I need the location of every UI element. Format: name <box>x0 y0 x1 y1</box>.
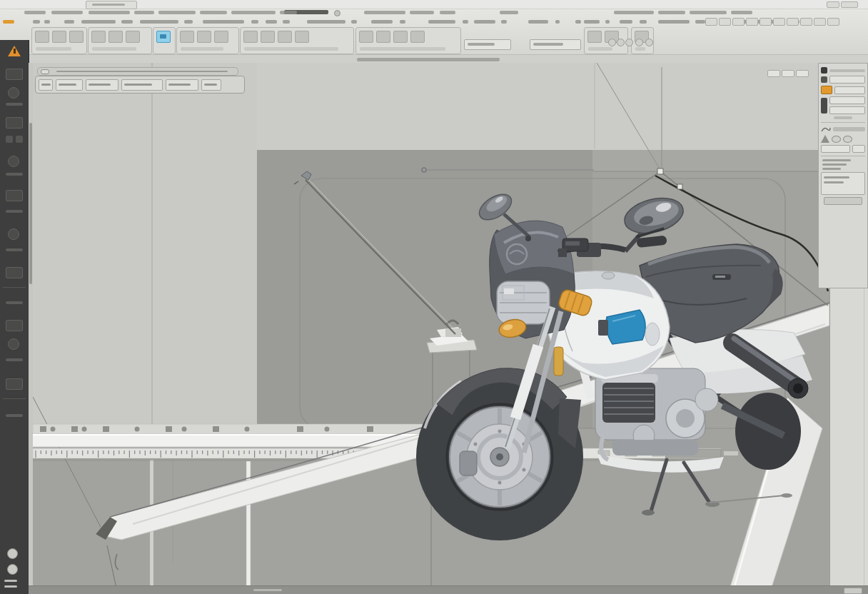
param-field-1[interactable] <box>821 145 850 153</box>
toolbar-item[interactable] <box>266 20 277 24</box>
viewport-corner-button-1[interactable] <box>767 70 780 77</box>
ribbon-tool-icon[interactable] <box>376 31 390 43</box>
toolbar-small-button[interactable] <box>827 18 839 26</box>
sidebar-tool-bar[interactable] <box>6 103 23 106</box>
panel-list-box[interactable] <box>821 172 865 195</box>
sidebar-tool-lightcircle[interactable] <box>7 564 18 575</box>
menu-item[interactable] <box>410 11 434 14</box>
name-field[interactable] <box>829 76 865 84</box>
warning-icon[interactable] <box>8 46 21 56</box>
toolbar-item[interactable] <box>695 20 705 24</box>
ribbon-tool-icon[interactable] <box>126 31 140 43</box>
ribbon-mini-icon[interactable] <box>645 39 653 46</box>
sidebar-tool-box[interactable] <box>6 117 23 129</box>
menu-item[interactable] <box>440 11 455 14</box>
toolbar-small-button[interactable] <box>719 18 731 26</box>
ribbon-tool-icon[interactable] <box>243 31 258 43</box>
sidebar-tool-bar[interactable] <box>6 248 23 251</box>
active-tool-icon[interactable] <box>156 31 171 43</box>
toolbar-item[interactable] <box>605 20 610 24</box>
viewport-toolbar-segment[interactable] <box>86 79 118 91</box>
sidebar-tool-sep[interactable] <box>3 287 26 288</box>
ribbon-mini-icon[interactable] <box>617 39 625 46</box>
sidebar-tool-bar[interactable] <box>6 358 23 361</box>
ribbon-mini-icon[interactable] <box>635 39 643 46</box>
sidebar-tool-box[interactable] <box>6 190 23 201</box>
sidebar-tool-bar[interactable] <box>6 173 23 176</box>
toolbar-item[interactable] <box>371 20 393 24</box>
ribbon-tool-icon[interactable] <box>393 31 408 43</box>
sidebar-tool-circle[interactable] <box>8 156 19 167</box>
document-tab[interactable] <box>86 1 137 9</box>
menu-item[interactable] <box>89 11 130 14</box>
ribbon-combo-field[interactable] <box>530 39 581 50</box>
menu-item[interactable] <box>614 11 654 14</box>
toolbar-item[interactable] <box>555 20 560 24</box>
ribbon-tool-icon[interactable] <box>261 31 275 43</box>
toolbar-item[interactable] <box>3 20 14 24</box>
status-mini-button[interactable] <box>844 588 862 594</box>
menu-item[interactable] <box>690 11 727 14</box>
toolbar-item[interactable] <box>474 20 495 24</box>
toolbar-item[interactable] <box>528 20 548 24</box>
toolbar-item[interactable] <box>81 20 116 24</box>
ribbon-tool-icon[interactable] <box>587 31 602 43</box>
sidebar-tool-lightbar[interactable] <box>4 585 17 588</box>
help-icon[interactable] <box>334 10 340 16</box>
toolbar-small-button[interactable] <box>746 18 758 26</box>
ribbon-mini-icon[interactable] <box>625 39 633 46</box>
toolbar-item[interactable] <box>203 20 244 24</box>
sidebar-tool-lightcircle[interactable] <box>7 548 18 559</box>
ribbon-combo-field[interactable] <box>464 39 511 50</box>
viewport-corner-button-2[interactable] <box>782 70 794 77</box>
viewport-slider-bar[interactable] <box>37 67 238 76</box>
ribbon-tool-icon[interactable] <box>108 31 123 43</box>
ribbon-tool-icon[interactable] <box>197 31 211 43</box>
ribbon-tool-icon[interactable] <box>91 31 106 43</box>
menu-item[interactable] <box>500 11 518 14</box>
toolbar-item[interactable] <box>283 20 290 24</box>
viewport-toolbar-segment[interactable] <box>39 79 53 91</box>
toolbar-item[interactable] <box>351 20 357 24</box>
sidebar-tool-box[interactable] <box>6 69 23 80</box>
menu-item[interactable] <box>658 11 685 14</box>
toolbar-item[interactable] <box>658 20 690 24</box>
stack-field-1[interactable] <box>829 96 865 104</box>
sidebar-tool-lightbar[interactable] <box>4 580 17 582</box>
param-field-2[interactable] <box>852 145 865 153</box>
menu-item[interactable] <box>731 11 752 14</box>
toolbar-small-button[interactable] <box>814 18 826 26</box>
sidebar-tool-sep[interactable] <box>3 398 26 399</box>
toolbar-item[interactable] <box>33 20 40 24</box>
sidebar-tool-box[interactable] <box>6 320 23 331</box>
toolbar-item[interactable] <box>584 20 600 24</box>
slider-knob-icon[interactable] <box>41 69 49 74</box>
viewport-corner-button-3[interactable] <box>796 70 809 77</box>
torus-icon[interactable] <box>843 136 852 143</box>
ribbon-tool-icon[interactable] <box>214 31 228 43</box>
sidebar-tool-circle[interactable] <box>8 87 19 99</box>
toolbar-small-button[interactable] <box>773 18 785 26</box>
toolbar-item[interactable] <box>140 20 178 24</box>
material-swatch-button[interactable] <box>821 86 832 94</box>
menu-item[interactable] <box>231 11 276 14</box>
sidebar-tool-dot2[interactable] <box>6 136 13 143</box>
sidebar-tool-circle[interactable] <box>8 228 19 240</box>
sidebar-tool-box[interactable] <box>6 267 23 278</box>
sidebar-tool-circle[interactable] <box>8 338 19 350</box>
viewport-3d[interactable] <box>33 63 829 585</box>
ribbon-tool-icon[interactable] <box>295 31 309 43</box>
sidebar-tool-bar[interactable] <box>6 210 23 213</box>
toolbar-item[interactable] <box>620 20 632 24</box>
toolbar-small-button[interactable] <box>732 18 745 26</box>
ribbon-tool-icon[interactable] <box>359 31 373 43</box>
ribbon-tool-icon[interactable] <box>180 31 194 43</box>
stack-field-2[interactable] <box>829 106 865 114</box>
toolbar-item[interactable] <box>400 20 405 24</box>
ribbon-mini-icon[interactable] <box>608 39 616 46</box>
viewport-toolbar-segment[interactable] <box>166 79 198 91</box>
sidebar-tool-box[interactable] <box>6 378 23 390</box>
viewport-toolbar-segment[interactable] <box>201 79 221 91</box>
toolbar-item[interactable] <box>251 20 258 24</box>
toolbar-item[interactable] <box>575 20 581 24</box>
